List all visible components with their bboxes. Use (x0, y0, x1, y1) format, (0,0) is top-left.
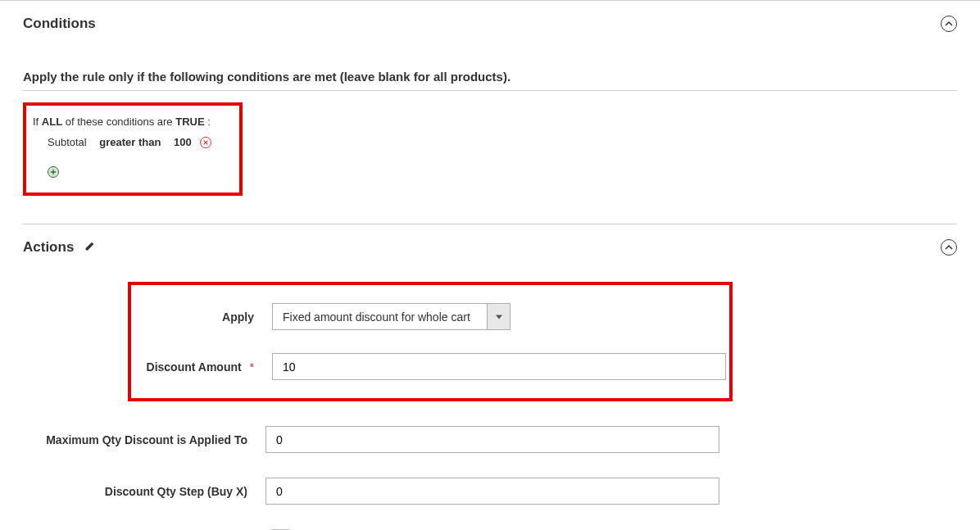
condition-row: Subtotal greater than 100 (33, 136, 229, 148)
qty-step-input[interactable] (265, 478, 719, 505)
discount-amount-label-text: Discount Amount (147, 360, 242, 374)
actions-other-fields: Maximum Qty Discount is Applied To Disco… (23, 426, 957, 530)
qty-step-label: Discount Qty Step (Buy X) (23, 485, 265, 498)
required-star-icon: * (250, 360, 254, 374)
max-qty-row: Maximum Qty Discount is Applied To (23, 426, 957, 453)
actions-section: Actions Apply Fixed amount discount for … (0, 224, 980, 530)
conditions-section: Conditions Apply the rule only if the fo… (0, 0, 980, 224)
collapse-actions-icon[interactable] (941, 239, 957, 256)
apply-select-value[interactable]: Fixed amount discount for whole cart (272, 303, 488, 330)
conditions-rule-box: If ALL of these conditions are TRUE : Su… (23, 102, 243, 196)
aggregator-colon: : (207, 116, 211, 128)
conditions-header: Conditions (23, 1, 957, 43)
conditions-subheading: Apply the rule only if the following con… (23, 43, 957, 91)
actions-title-text: Actions (23, 239, 74, 255)
apply-select[interactable]: Fixed amount discount for whole cart (272, 303, 510, 330)
apply-label: Apply (131, 310, 272, 324)
conditions-title: Conditions (23, 16, 96, 32)
actions-highlight-box: Apply Fixed amount discount for whole ca… (128, 282, 733, 401)
remove-condition-icon[interactable] (200, 137, 211, 148)
condition-aggregator-line: If ALL of these conditions are TRUE : (33, 116, 229, 136)
actions-title: Actions (23, 239, 95, 256)
discount-amount-row: Discount Amount * (131, 353, 729, 380)
pencil-icon[interactable] (84, 241, 95, 254)
condition-attribute[interactable]: Subtotal (48, 136, 87, 148)
actions-header: Actions (23, 224, 957, 267)
max-qty-label: Maximum Qty Discount is Applied To (23, 433, 265, 446)
collapse-conditions-icon[interactable] (941, 16, 957, 32)
aggregator-middle: of these conditions are (66, 116, 175, 128)
aggregator-value-true[interactable]: TRUE (175, 116, 204, 128)
discount-amount-input[interactable] (272, 353, 726, 380)
qty-step-row: Discount Qty Step (Buy X) (23, 478, 957, 505)
condition-operator[interactable]: greater than (99, 136, 161, 148)
if-text: If (33, 116, 39, 128)
discount-amount-label: Discount Amount * (131, 360, 272, 374)
max-qty-input[interactable] (265, 426, 719, 453)
chevron-down-icon[interactable] (488, 303, 510, 330)
apply-row: Apply Fixed amount discount for whole ca… (131, 303, 729, 330)
aggregator-all[interactable]: ALL (42, 116, 62, 128)
add-condition-icon[interactable] (48, 166, 59, 178)
condition-value[interactable]: 100 (174, 136, 192, 148)
